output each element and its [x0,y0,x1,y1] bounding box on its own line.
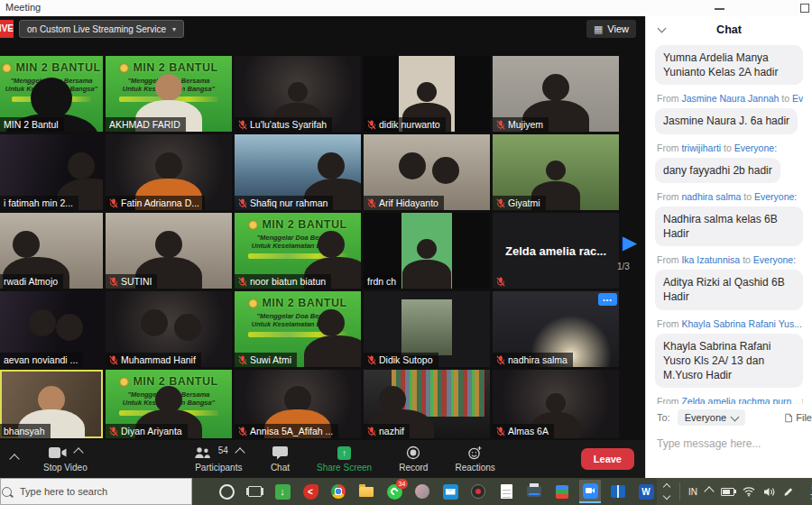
mail-button[interactable] [439,480,461,503]
word-button[interactable]: W [635,480,657,503]
video-tile[interactable]: Arif Hidayanto [364,134,490,210]
muted-mic-icon [109,427,118,436]
video-tile[interactable]: Zelda amelia rac... [493,213,619,289]
media-player-button[interactable]: < [300,480,321,503]
video-tile[interactable]: Almas 6A [493,370,619,438]
panes-app-button[interactable] [607,480,629,503]
app-misc-button[interactable] [411,480,433,503]
recipient-value: Everyone [685,412,726,423]
maximize-button[interactable] [800,4,809,13]
video-tile[interactable]: MIN 2 BANTUL"Menggelar Doa BersamaUntuk … [235,213,361,289]
participant-name: Diyan Ariyanta [121,426,182,436]
pen-icon[interactable] [783,486,794,497]
banner-subtitle: "Menggelar Doa Bersama [106,390,232,399]
minimize-button[interactable] [715,8,724,10]
video-tile[interactable]: didik nurwanto [364,56,490,132]
taskbar-clock[interactable]: 8:04 PM 7/27/202 [802,482,812,501]
page-indicator: 1/3 [617,262,630,271]
video-tile[interactable]: Annisa 5A_Afifah ... [235,370,361,438]
cortana-icon [219,484,235,500]
chat-button[interactable]: Chat [271,446,290,473]
participant-name-label: i fatimah min 2... [0,196,78,210]
participant-name: Annisa 5A_Afifah ... [250,426,333,436]
participant-name: Suwi Atmi [250,354,291,365]
tray-divider [679,482,680,500]
participant-name-label: Mujiyem [493,117,549,132]
video-tile[interactable]: aevan noviandi ... [0,291,103,367]
chrome-icon [331,484,346,499]
taskbar-search[interactable]: Type here to search [0,478,192,505]
video-tile[interactable]: Didik Sutopo [364,291,490,367]
audio-options-chevron-icon[interactable] [9,454,19,464]
chat-message-input[interactable]: Type message here... [646,429,812,450]
video-tile[interactable]: SUTINI [106,213,232,289]
muted-mic-icon [496,427,505,436]
task-view-button[interactable] [244,480,265,503]
video-tile[interactable]: MIN 2 BANTUL"Menggelar Doa BersamaUntuk … [0,56,103,132]
video-tile[interactable]: nazhif [364,370,490,438]
battery-icon[interactable] [721,488,734,496]
participants-chevron-icon[interactable] [235,447,245,457]
view-button[interactable]: ▦ View [586,20,636,38]
whatsapp-button[interactable]: 34 [383,480,405,503]
video-tile[interactable]: i fatimah min 2... [0,134,103,210]
video-tile[interactable]: Fatin Adrianna D... [106,134,232,210]
tile-more-button[interactable]: ••• [598,293,617,306]
video-tile[interactable]: rwadi Atmojo [0,213,103,289]
muted-mic-icon [496,120,505,130]
video-tile[interactable]: bhansyah [0,370,103,438]
reactions-button[interactable]: Reactions [455,446,494,473]
video-tile[interactable]: Lu'lu'atus Syarifah [235,56,361,132]
video-tile[interactable]: MIN 2 BANTUL"Menggelar Doa BersamaUntuk … [106,370,232,438]
chat-message: Yumna Ardelia Manya Yunianto Kelas 2A ha… [655,45,803,85]
download-manager-button[interactable]: ↓ [272,480,293,503]
notepad-button[interactable] [495,480,517,503]
wifi-icon[interactable] [743,486,755,497]
file-button[interactable]: File [785,412,812,424]
window-titlebar: Meeting [0,0,812,16]
printer-app-button[interactable] [523,480,545,503]
zoom-app-button[interactable] [579,480,601,503]
banner-subtitle: "Menggelar Doa Bersama [106,77,232,85]
video-tile[interactable]: Giyatmi [493,134,619,210]
banner-subtitle: "Menggelar Doa Bersama [235,234,361,242]
video-tile[interactable]: MIN 2 BANTUL"Menggelar Doa BersamaUntuk … [106,56,232,132]
banner-subtitle: Untuk Keselamatan Bangsa" [235,320,361,328]
search-icon [2,487,12,497]
chrome-button[interactable] [328,480,349,503]
volume-icon[interactable] [763,487,775,497]
video-tile[interactable]: Mujiyem [493,56,619,132]
video-tile[interactable]: Muhammad Hanif [106,291,232,367]
message-bubble: Khayla Sabrina Rafani Yusro Kls 2A/ 13 d… [655,334,803,389]
leave-button[interactable]: Leave [581,448,634,470]
chat-bubble-icon [272,446,288,460]
video-tile[interactable]: nadhira salma••• [493,291,619,367]
video-tile[interactable]: frdn ch [364,213,490,289]
participants-button[interactable]: 54 Participants [194,446,244,473]
share-screen-button[interactable]: ↑ Share Screen [317,446,372,473]
panes-icon [611,485,625,498]
participant-name: Almas 6A [508,426,549,436]
view-label: View [607,23,629,34]
taskbar-overflow-arrows[interactable] [664,484,669,499]
language-indicator[interactable]: IN [688,487,697,497]
stop-video-button[interactable]: Stop Video [43,446,88,473]
sticky-notes-button[interactable] [551,480,573,503]
participant-name-label: frdn ch [364,274,401,289]
participant-name: Mujiyem [508,119,543,130]
participant-name-label: SUTINI [106,274,157,289]
hidden-icons-chevron-icon[interactable] [704,486,714,496]
video-tile[interactable]: Shafiq nur rahman [235,134,361,210]
record-button[interactable]: Record [399,446,428,473]
file-explorer-button[interactable] [355,480,377,503]
grid-view-icon: ▦ [594,23,603,35]
screen-recorder-button[interactable] [467,480,489,503]
next-page-arrow[interactable]: ▶ [623,233,637,252]
recipient-selector[interactable]: Everyone [678,409,745,426]
live-streaming-button[interactable]: on Custom Live Streaming Service ▾ [19,20,184,38]
recipient-name: Everyone: [734,142,777,153]
video-options-chevron-icon[interactable] [73,447,83,457]
cortana-button[interactable] [216,480,237,503]
sender-name: nadhira salma [681,191,741,202]
video-tile[interactable]: MIN 2 BANTUL"Menggelar Doa BersamaUntuk … [235,291,361,367]
